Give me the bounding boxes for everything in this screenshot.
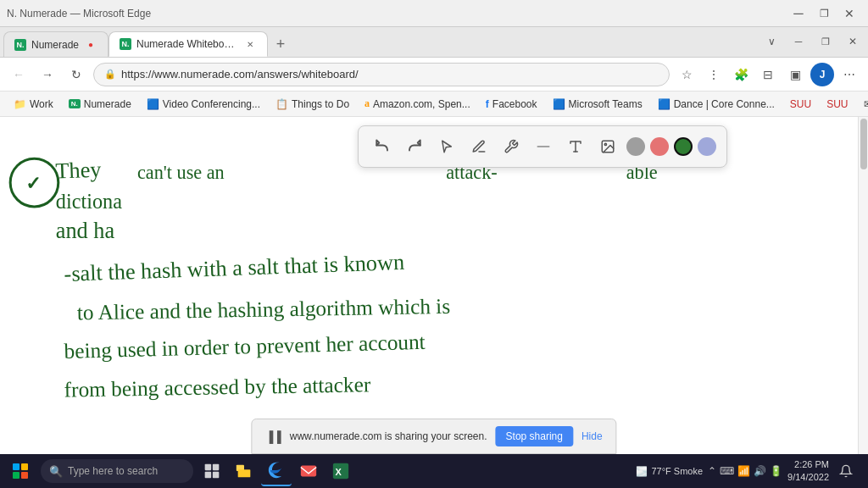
- svg-point-16: [604, 143, 606, 145]
- chevron-up-icon[interactable]: ⌃: [708, 465, 716, 477]
- bookmark-teams[interactable]: 🟦 Microsoft Teams: [546, 96, 649, 113]
- weather-text: 77°F Smoke: [651, 466, 703, 476]
- vertical-scrollbar[interactable]: [858, 117, 868, 454]
- address-bar: ← → ↻ 🔒 https://www.numerade.com/answers…: [0, 58, 868, 92]
- tabs-bar: N. Numerade ● N. Numerade Whiteboard ✕ +…: [0, 27, 868, 58]
- bookmark-suu1[interactable]: SUU: [783, 96, 818, 113]
- new-tab-btn[interactable]: +: [268, 31, 293, 57]
- color-green[interactable]: [674, 137, 693, 156]
- search-icon: 🔍: [49, 465, 63, 478]
- svg-rect-20: [213, 472, 220, 479]
- screen-share-bar: ▐▐ www.numerade.com is sharing your scre…: [251, 419, 616, 454]
- color-gray[interactable]: [626, 137, 645, 156]
- menu-btn[interactable]: ⋯: [837, 63, 861, 86]
- notification-btn[interactable]: [834, 459, 858, 483]
- sidebar-btn[interactable]: ▣: [783, 63, 807, 86]
- tab-whiteboard[interactable]: N. Numerade Whiteboard ✕: [108, 31, 268, 57]
- screen-share-message: www.numerade.com is sharing your screen.: [290, 430, 487, 442]
- line-btn[interactable]: [530, 133, 557, 160]
- weather-icon: 🌫️: [636, 466, 648, 477]
- close-window-btn[interactable]: ✕: [841, 30, 865, 53]
- forward-btn[interactable]: →: [36, 63, 59, 86]
- svg-text:being  used in order to preven: being used in order to prevent her accou…: [64, 330, 426, 363]
- color-pink[interactable]: [650, 137, 669, 156]
- select-btn[interactable]: [433, 133, 460, 160]
- taskbar-mail[interactable]: [293, 456, 324, 486]
- wifi-icon[interactable]: 📶: [737, 465, 750, 477]
- favorites-btn[interactable]: ☆: [675, 63, 698, 86]
- scrollbar-thumb[interactable]: [860, 119, 867, 169]
- stop-sharing-btn[interactable]: Stop sharing: [496, 426, 573, 446]
- system-tray: ⌃ ⌨ 📶 🔊 🔋: [708, 465, 782, 477]
- hide-btn[interactable]: Hide: [581, 430, 603, 442]
- restore-btn[interactable]: ❐: [812, 2, 836, 25]
- profile-btn[interactable]: J: [810, 63, 834, 86]
- windows-logo: [13, 463, 28, 479]
- close-btn[interactable]: ✕: [837, 2, 861, 25]
- bookmark-work[interactable]: 📁 Work: [7, 96, 60, 113]
- taskbar-edge[interactable]: [261, 456, 292, 486]
- taskbar-right: 🌫️ 77°F Smoke ⌃ ⌨ 📶 🔊 🔋 2:26 PM 9/14/202…: [636, 458, 865, 485]
- minimize-btn[interactable]: ─: [787, 2, 810, 25]
- title-bar: N. Numerade — Microsoft Edge ─ ❐ ✕: [0, 0, 868, 27]
- date-display: 9/14/2022: [787, 471, 829, 484]
- drawing-toolbar: [358, 125, 727, 168]
- bookmark-suu2[interactable]: SUU: [820, 96, 854, 113]
- minimize-tabs-btn[interactable]: ─: [787, 30, 810, 53]
- clock[interactable]: 2:26 PM 9/14/2022: [787, 458, 829, 485]
- pen-btn[interactable]: [465, 133, 492, 160]
- svg-rect-19: [205, 472, 212, 479]
- undo-btn[interactable]: [369, 133, 396, 160]
- start-btn[interactable]: [3, 454, 37, 488]
- text-btn[interactable]: [562, 133, 589, 160]
- taskbar-excel[interactable]: X: [326, 456, 356, 486]
- lock-icon: 🔒: [104, 69, 116, 80]
- bookmark-amazon[interactable]: a Amazon.com, Spen...: [358, 95, 477, 113]
- bookmark-numerade[interactable]: N. Numerade: [62, 96, 138, 113]
- taskbar-app-icons: X: [197, 456, 356, 486]
- tab-search-btn[interactable]: ∨: [760, 30, 783, 53]
- svg-text:-salt the hash with a salt tha: -salt the hash with a salt that is known: [64, 250, 404, 286]
- back-btn[interactable]: ←: [7, 63, 31, 86]
- bookmark-dance[interactable]: 🟦 Dance | Core Conne...: [651, 96, 782, 113]
- tab-numerade[interactable]: N. Numerade ●: [3, 31, 108, 57]
- taskbar-explorer[interactable]: [229, 456, 259, 486]
- svg-text:dictiona: dictiona: [56, 190, 122, 213]
- restore-tabs-btn[interactable]: ❐: [814, 30, 837, 53]
- search-placeholder: Type here to search: [68, 465, 158, 477]
- taskbar-task-view[interactable]: [197, 456, 227, 486]
- svg-rect-22: [238, 469, 251, 477]
- bookmark-video[interactable]: 🟦 Video Conferencing...: [140, 96, 267, 113]
- url-bar[interactable]: 🔒 https://www.numerade.com/answers/white…: [93, 63, 670, 86]
- close-tab2[interactable]: ✕: [243, 37, 257, 51]
- svg-rect-17: [205, 464, 212, 471]
- volume-icon[interactable]: 🔊: [754, 465, 766, 477]
- collections-btn[interactable]: ⋮: [702, 63, 726, 86]
- weather-widget[interactable]: 🌫️ 77°F Smoke: [636, 466, 703, 477]
- refresh-btn[interactable]: ↻: [64, 63, 88, 86]
- bookmarks-bar: 📁 Work N. Numerade 🟦 Video Conferencing.…: [0, 92, 868, 117]
- svg-rect-23: [301, 466, 316, 477]
- split-btn[interactable]: ⊟: [756, 63, 780, 86]
- svg-text:to Alice  and the hashing algo: to Alice and the hashing algorithm which…: [77, 294, 451, 324]
- battery-icon[interactable]: 🔋: [770, 465, 782, 477]
- svg-text:✓: ✓: [25, 173, 41, 194]
- image-btn[interactable]: [594, 133, 621, 160]
- svg-text:can't use an: can't use an: [137, 162, 225, 183]
- bookmark-todo[interactable]: 📋 Things to Do: [269, 96, 356, 113]
- whiteboard-canvas[interactable]: ✓ They can't use an attack- able diction…: [0, 117, 868, 454]
- taskbar-search[interactable]: 🔍 Type here to search: [41, 459, 193, 483]
- svg-text:from  being accessed by the  a: from being accessed by the attacker: [64, 372, 371, 401]
- extensions-btn[interactable]: 🧩: [729, 63, 753, 86]
- time-display: 2:26 PM: [787, 458, 829, 471]
- bookmark-facebook[interactable]: f Facebook: [479, 96, 544, 113]
- color-lavender[interactable]: [698, 137, 716, 156]
- tools-btn[interactable]: [498, 133, 525, 160]
- url-text: https://www.numerade.com/answers/whitebo…: [121, 68, 659, 80]
- redo-btn[interactable]: [401, 133, 428, 160]
- close-tab1[interactable]: ●: [84, 38, 97, 52]
- keyboard-icon[interactable]: ⌨: [720, 465, 734, 477]
- svg-text:and ha: and ha: [56, 219, 115, 243]
- bookmark-gmail[interactable]: ✉ Gmail: [857, 96, 868, 113]
- svg-rect-18: [213, 464, 220, 471]
